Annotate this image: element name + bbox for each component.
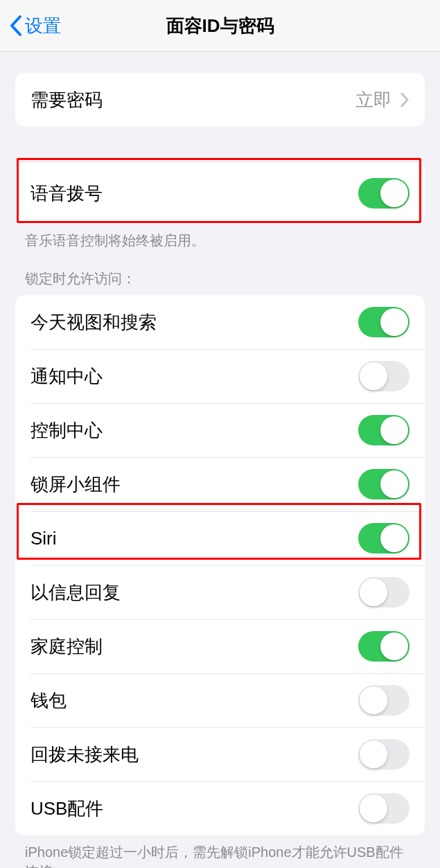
lock-access-row: 钱包 [15, 673, 425, 727]
lock-access-row: 通知中心 [15, 349, 425, 403]
lock-access-label: 钱包 [30, 689, 358, 713]
toggle-knob [360, 687, 387, 714]
lock-access-label: 回拨未接来电 [30, 743, 358, 767]
lock-access-toggle[interactable] [358, 523, 410, 553]
toggle-knob [360, 795, 387, 822]
voice-dial-group: 语音拨号 [15, 163, 425, 224]
lock-access-group: 今天视图和搜索通知中心控制中心锁屏小组件Siri以信息回复家庭控制钱包回拨未接来… [15, 295, 425, 835]
lock-access-row: 回拨未接来电 [15, 727, 425, 781]
voice-dial-footer: 音乐语音控制将始终被启用。 [0, 224, 440, 250]
lock-access-label: 控制中心 [30, 418, 358, 443]
lock-access-toggle[interactable] [358, 307, 410, 337]
lock-access-row: 家庭控制 [15, 619, 425, 673]
lock-access-label: USB配件 [30, 797, 358, 821]
toggle-knob [380, 470, 408, 498]
toggle-knob [380, 416, 408, 444]
lock-access-row: Siri [15, 511, 425, 565]
lock-access-toggle[interactable] [358, 415, 410, 445]
lock-access-label: 以信息回复 [30, 581, 358, 605]
require-passcode-label: 需要密码 [30, 88, 355, 112]
lock-access-row: 控制中心 [15, 403, 425, 457]
toggle-knob [360, 578, 387, 606]
lock-access-label: 家庭控制 [30, 635, 358, 659]
require-passcode-value: 立即 [355, 88, 391, 112]
toggle-knob [380, 179, 408, 207]
page-title: 面容ID与密码 [166, 14, 274, 38]
toggle-knob [360, 741, 387, 768]
toggle-knob [380, 308, 408, 336]
lock-access-label: Siri [30, 528, 358, 549]
back-button[interactable]: 设置 [8, 14, 61, 38]
voice-dial-label: 语音拨号 [30, 181, 358, 206]
lock-access-row: USB配件 [15, 781, 425, 835]
lock-access-row: 今天视图和搜索 [15, 295, 425, 349]
toggle-knob [360, 362, 387, 390]
lock-access-toggle[interactable] [358, 577, 410, 608]
back-label: 设置 [25, 14, 61, 38]
lock-access-row: 锁屏小组件 [15, 457, 425, 511]
lock-access-toggle[interactable] [358, 361, 410, 391]
lock-access-label: 今天视图和搜索 [30, 310, 358, 335]
lock-access-toggle[interactable] [358, 793, 410, 824]
lock-access-label: 锁屏小组件 [30, 472, 358, 497]
lock-access-toggle[interactable] [358, 739, 410, 770]
voice-dial-row: 语音拨号 [15, 163, 425, 224]
require-passcode-row[interactable]: 需要密码 立即 [15, 73, 425, 127]
lock-access-footer: iPhone锁定超过一小时后，需先解锁iPhone才能允许USB配件连接。 [0, 835, 440, 868]
lock-access-toggle[interactable] [358, 469, 410, 499]
lock-access-toggle[interactable] [358, 631, 410, 662]
require-passcode-group: 需要密码 立即 [15, 73, 425, 127]
lock-access-label: 通知中心 [30, 364, 358, 389]
chevron-left-icon [8, 15, 24, 37]
voice-dial-toggle[interactable] [358, 178, 410, 209]
lock-access-toggle[interactable] [358, 685, 410, 716]
chevron-right-icon [400, 91, 410, 108]
lock-access-header: 锁定时允许访问： [0, 250, 440, 295]
toggle-knob [380, 632, 408, 660]
lock-access-row: 以信息回复 [15, 565, 425, 619]
toggle-knob [380, 524, 408, 552]
nav-bar: 设置 面容ID与密码 [0, 0, 440, 52]
